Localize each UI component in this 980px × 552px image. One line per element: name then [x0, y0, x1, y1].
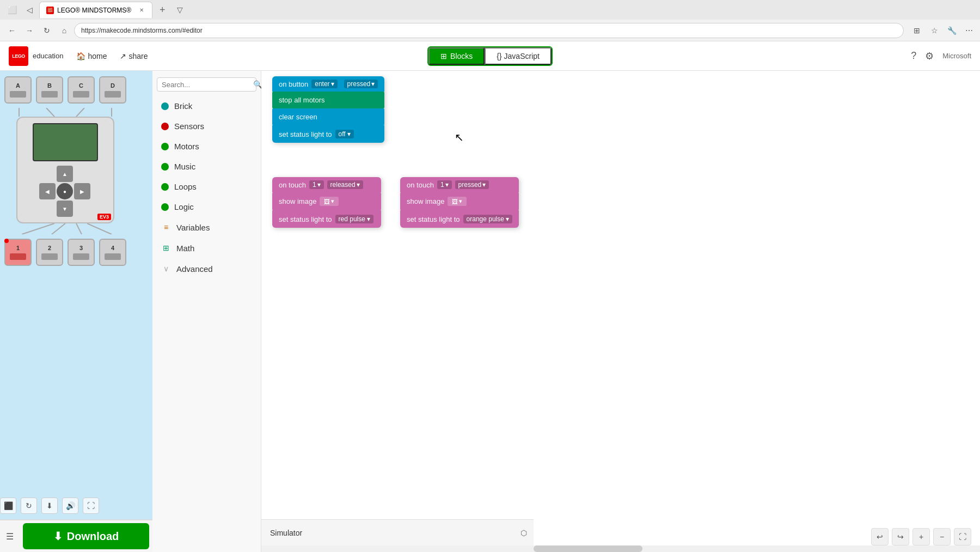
touch1-show-image-block[interactable]: show image 🖼 ▾ — [272, 192, 381, 210]
category-music-label: Music — [174, 162, 195, 171]
tab-list-button[interactable]: ▽ — [172, 2, 187, 17]
zoom-in-button[interactable]: + — [912, 528, 930, 545]
brick-dot — [161, 102, 169, 110]
set-status-block[interactable]: set status light to off ▾ — [272, 125, 384, 143]
category-loops[interactable]: Loops — [152, 177, 261, 197]
port-4[interactable]: 4 — [99, 239, 126, 266]
main-block-group[interactable]: on button enter ▾ pressed ▾ stop — [272, 76, 384, 143]
forward-button[interactable]: → — [22, 23, 37, 38]
category-logic-label: Logic — [174, 202, 194, 211]
touch1-status-block[interactable]: set status light to red pulse ▾ — [272, 210, 381, 228]
sim-sound-button[interactable]: 🔊 — [62, 498, 78, 514]
top-ports: A B C D — [4, 76, 126, 104]
cursor: ↖ — [455, 131, 464, 144]
blocks-panel: 🔍 Brick Sensors Motors Music Loops — [152, 71, 261, 552]
search-input[interactable] — [162, 81, 253, 89]
home-button[interactable]: ⌂ — [57, 23, 72, 38]
category-sensors[interactable]: Sensors — [152, 116, 261, 136]
category-variables-label: Variables — [176, 223, 210, 232]
collapse-sidebar-button[interactable]: ☰ — [0, 526, 20, 546]
hat-button-dropdown[interactable]: enter ▾ — [311, 80, 337, 88]
status-val-dropdown[interactable]: off ▾ — [335, 130, 354, 138]
svg-line-2 — [76, 108, 84, 117]
touch2-event-dropdown[interactable]: pressed ▾ — [455, 180, 489, 189]
hat-event-dropdown[interactable]: pressed ▾ — [344, 80, 378, 88]
settings-icon[interactable]: ⚙ — [925, 50, 934, 62]
redo-button[interactable]: ↪ — [892, 528, 909, 545]
simulator-panel: A B C D — [0, 71, 152, 552]
category-logic[interactable]: Logic — [152, 197, 261, 217]
touch2-sensor-dropdown[interactable]: 1 ▾ — [437, 180, 452, 189]
reading-mode-icon[interactable]: ⊞ — [910, 24, 923, 37]
canvas-scrollbar-thumb[interactable] — [534, 545, 642, 552]
active-tab[interactable]: 🧱 LEGO® MINDSTORMS® ✕ — [39, 2, 152, 18]
category-music[interactable]: Music — [152, 156, 261, 177]
sim-restart-button[interactable]: ↻ — [21, 498, 37, 514]
share-nav-link[interactable]: ↗ share — [120, 52, 148, 60]
touch1-image-picker[interactable]: 🖼 ▾ — [320, 197, 339, 206]
touch1-block-group[interactable]: on touch 1 ▾ released ▾ show image — [272, 177, 381, 228]
dpad-up[interactable]: ▲ — [57, 166, 73, 182]
category-motors[interactable]: Motors — [152, 136, 261, 156]
tab-close-button[interactable]: ✕ — [138, 7, 145, 14]
fit-screen-button[interactable]: ⛶ — [954, 528, 971, 545]
lego-logo: LEGO — [9, 46, 28, 66]
touch1-status-dropdown[interactable]: red pulse ▾ — [335, 215, 374, 223]
hat-block-main[interactable]: on button enter ▾ pressed ▾ — [272, 76, 384, 92]
simulator-expand-icon[interactable]: ⬡ — [520, 529, 527, 537]
touch2-status-dropdown[interactable]: orange pulse ▾ — [463, 215, 513, 223]
help-icon[interactable]: ? — [911, 50, 916, 62]
address-bar[interactable]: https://makecode.mindstorms.com/#editor — [74, 23, 904, 38]
touch1-on-label: on touch — [279, 181, 306, 189]
touch2-status-block[interactable]: set status light to orange pulse ▾ — [400, 210, 519, 228]
canvas-area[interactable]: on button enter ▾ pressed ▾ stop — [261, 71, 980, 552]
port-3[interactable]: 3 — [68, 239, 95, 266]
port-d[interactable]: D — [99, 76, 126, 104]
app: LEGO education 🏠 home ↗ share ⊞ Blocks { — [0, 41, 980, 552]
dpad-right[interactable]: ▶ — [74, 183, 90, 199]
touch2-show-image-block[interactable]: show image 🖼 ▾ — [400, 192, 519, 210]
refresh-button[interactable]: ↻ — [39, 23, 54, 38]
undo-button[interactable]: ↩ — [871, 528, 889, 545]
sim-controls: ⬛ ↻ ⬇ 🔊 ⛶ — [0, 498, 99, 514]
canvas-sim-bar: Simulator ⬡ — [261, 519, 534, 545]
touch2-image-picker[interactable]: 🖼 ▾ — [448, 197, 467, 206]
stop-motors-block[interactable]: stop all motors — [272, 92, 384, 108]
download-button[interactable]: ⬇ Download — [23, 523, 149, 549]
category-brick[interactable]: Brick — [152, 96, 261, 116]
sim-fullscreen-button[interactable]: ⛶ — [83, 498, 99, 514]
touch1-sensor-dropdown[interactable]: 1 ▾ — [309, 180, 324, 189]
dpad-down[interactable]: ▼ — [57, 201, 73, 217]
touch1-hat-block[interactable]: on touch 1 ▾ released ▾ — [272, 177, 381, 192]
category-math[interactable]: ⊞ Math — [152, 238, 261, 258]
browser-back-tab[interactable]: ◁ — [22, 2, 37, 17]
category-advanced[interactable]: ∨ Advanced — [152, 258, 261, 279]
touch2-block-group[interactable]: on touch 1 ▾ pressed ▾ show image — [400, 177, 519, 228]
javascript-view-button[interactable]: {} JavaScript — [485, 47, 552, 65]
blocks-view-button[interactable]: ⊞ Blocks — [428, 47, 485, 65]
touch2-hat-block[interactable]: on touch 1 ▾ pressed ▾ — [400, 177, 519, 192]
sim-stop-button[interactable]: ⬛ — [0, 498, 16, 514]
category-variables[interactable]: ≡ Variables — [152, 217, 261, 238]
port-c[interactable]: C — [68, 76, 95, 104]
dpad-center[interactable]: ● — [57, 183, 73, 199]
port-2[interactable]: 2 — [36, 239, 63, 266]
back-button[interactable]: ← — [4, 23, 20, 38]
port-1[interactable]: 1 — [4, 239, 32, 266]
clear-screen-block[interactable]: clear screen — [272, 108, 384, 125]
connector-lines — [5, 108, 125, 117]
zoom-out-button[interactable]: − — [933, 528, 951, 545]
new-tab-button[interactable]: + — [155, 2, 170, 17]
home-nav-link[interactable]: 🏠 home — [76, 52, 107, 60]
port-b[interactable]: B — [36, 76, 63, 104]
category-sensors-label: Sensors — [174, 122, 204, 131]
canvas-scrollbar[interactable] — [261, 545, 980, 552]
extensions-icon[interactable]: 🔧 — [945, 24, 958, 37]
window-minimize[interactable]: ⬜ — [4, 2, 20, 17]
dpad-left[interactable]: ◀ — [39, 183, 56, 199]
port-a[interactable]: A — [4, 76, 32, 104]
sim-screenshot-button[interactable]: ⬇ — [41, 498, 58, 514]
settings-dots-icon[interactable]: ⋯ — [963, 24, 976, 37]
bookmark-icon[interactable]: ☆ — [928, 24, 941, 37]
touch1-event-dropdown[interactable]: released ▾ — [327, 180, 363, 189]
